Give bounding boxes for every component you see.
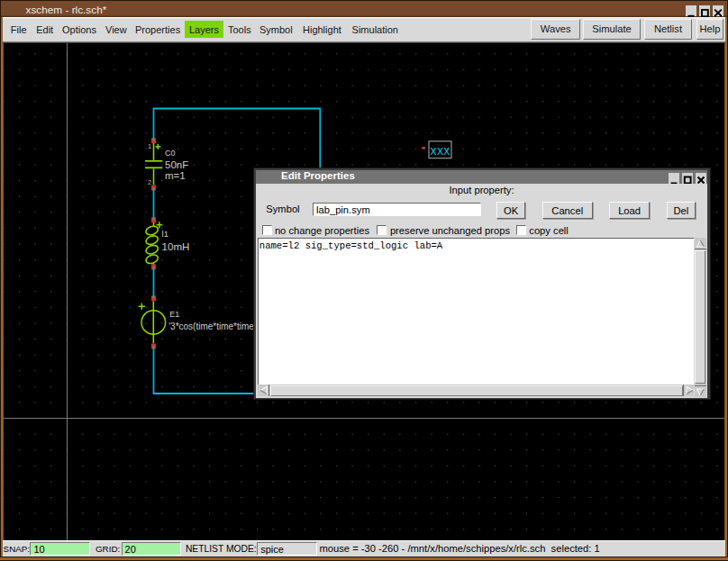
- svg-text:2: 2: [148, 178, 151, 186]
- svg-text:l1: l1: [162, 229, 168, 239]
- svg-text:xxx: xxx: [431, 143, 450, 158]
- svg-text:1: 1: [148, 142, 151, 150]
- svg-text:'3*cos(time*time*time*': '3*cos(time*time*time*': [168, 321, 259, 331]
- svg-text:10mH: 10mH: [162, 241, 190, 252]
- svg-text:E1: E1: [169, 310, 179, 319]
- svg-text:50nF: 50nF: [165, 159, 188, 170]
- svg-text:m=1: m=1: [165, 170, 186, 181]
- svg-text:C0: C0: [165, 149, 176, 158]
